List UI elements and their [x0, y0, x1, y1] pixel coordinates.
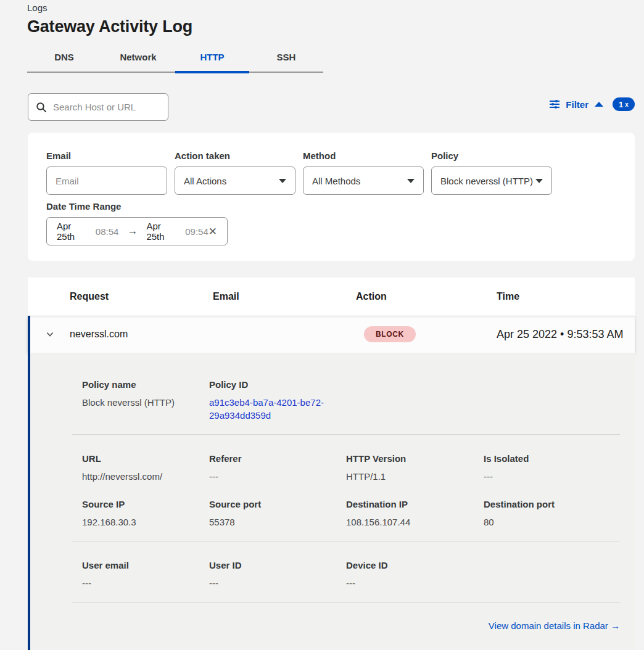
destination-port-value: 80 — [484, 516, 620, 529]
table-row[interactable]: neverssl.com BLOCK Apr 25 2022 • 9:53:53… — [28, 316, 635, 353]
device-id-value: --- — [346, 577, 474, 590]
user-email-label: User email — [82, 559, 199, 572]
source-ip-value: 192.168.30.3 — [82, 516, 199, 529]
end-time: 09:54 — [185, 226, 208, 237]
chevron-down-icon — [535, 179, 543, 183]
policy-filter-select[interactable]: Block neverssl (HTTP) — [431, 167, 552, 195]
end-date: Apr 25th — [146, 221, 180, 242]
policy-filter-value: Block neverssl (HTTP) — [440, 176, 533, 186]
destination-port-label: Destination port — [484, 498, 620, 511]
url-label: URL — [82, 452, 199, 465]
http-version-value: HTTP/1.1 — [346, 470, 474, 483]
column-header-request: Request — [70, 291, 213, 302]
gateway-activity-log-page: Logs Gateway Activity Log DNS Network HT… — [0, 0, 644, 650]
method-filter-label: Method — [303, 150, 424, 161]
user-id-value: --- — [209, 577, 336, 590]
http-version-label: HTTP Version — [346, 452, 474, 465]
page-title: Gateway Activity Log — [27, 17, 192, 36]
user-email-value: --- — [82, 577, 199, 590]
url-value: http://neverssl.com/ — [82, 470, 199, 483]
row-time-value: Apr 25 2022 • 9:53:53 AM — [497, 328, 635, 341]
search-icon — [36, 102, 47, 113]
referer-value: --- — [209, 470, 336, 483]
filter-panel: Email Action taken All Actions Method Al… — [28, 133, 635, 261]
start-time: 08:54 — [96, 226, 119, 237]
row-request-value: neverssl.com — [70, 329, 213, 340]
status-badge: BLOCK — [364, 326, 416, 342]
method-filter-select[interactable]: All Methods — [303, 167, 424, 195]
tab-ssh[interactable]: SSH — [249, 47, 323, 72]
is-isolated-value: --- — [484, 470, 620, 483]
user-id-label: User ID — [209, 559, 336, 572]
chevron-down-icon — [407, 179, 415, 183]
email-filter-label: Email — [46, 150, 167, 161]
tab-dns[interactable]: DNS — [27, 47, 101, 72]
date-range-label: Date Time Range — [46, 201, 228, 212]
clear-filters-x[interactable]: x — [625, 101, 629, 108]
is-isolated-label: Is Isolated — [484, 452, 620, 465]
search-box — [28, 93, 168, 121]
log-type-tabs: DNS Network HTTP SSH — [27, 47, 323, 73]
policy-name-value: Block neverssl (HTTP) — [82, 396, 199, 409]
breadcrumb[interactable]: Logs — [27, 2, 47, 13]
log-table-header: Request Email Action Time — [28, 278, 635, 316]
action-filter-select[interactable]: All Actions — [175, 167, 295, 195]
filter-field-action: Action taken All Actions — [175, 150, 295, 195]
request-section-row1: URL http://neverssl.com/ Referer --- HTT… — [72, 435, 620, 483]
tab-network[interactable]: Network — [101, 47, 175, 72]
column-header-email: Email — [213, 291, 356, 302]
action-filter-value: All Actions — [184, 176, 226, 186]
row-expand-chevron-icon[interactable] — [30, 329, 70, 339]
policy-id-label: Policy ID — [209, 378, 336, 391]
policy-section: Policy name Block neverssl (HTTP) Policy… — [72, 378, 620, 422]
collapse-filters-icon[interactable] — [595, 102, 603, 107]
arrow-right-icon: → — [127, 225, 138, 237]
email-filter-input[interactable] — [56, 176, 158, 186]
section-divider — [72, 602, 620, 603]
source-port-value: 55378 — [209, 516, 336, 529]
policy-name-label: Policy name — [82, 378, 199, 391]
action-filter-label: Action taken — [175, 150, 295, 161]
filter-field-email: Email — [46, 150, 167, 195]
view-in-radar-link[interactable]: View domain details in Radar → — [489, 620, 620, 631]
policy-id-link[interactable]: a91c3eb4-ba7a-4201-be72-29a934dd359d — [209, 396, 332, 422]
filter-count: 1 — [619, 100, 623, 109]
filter-sliders-icon[interactable] — [549, 99, 560, 110]
user-section: User email --- User ID --- Device ID --- — [72, 541, 620, 590]
column-header-time: Time — [497, 291, 635, 302]
policy-filter-label: Policy — [431, 150, 552, 161]
search-input[interactable] — [53, 102, 160, 112]
column-header-action: Action — [356, 291, 497, 302]
source-port-label: Source port — [209, 498, 336, 511]
chevron-down-icon — [279, 179, 286, 183]
active-filter-count-badge[interactable]: 1 x — [613, 97, 635, 111]
tab-http[interactable]: HTTP — [175, 47, 249, 72]
referer-label: Referer — [209, 452, 336, 465]
destination-ip-value: 108.156.107.44 — [346, 516, 474, 529]
email-filter-box — [46, 167, 167, 195]
filter-field-date-range: Date Time Range Apr 25th 08:54 → Apr 25t… — [46, 201, 228, 245]
filter-field-policy: Policy Block neverssl (HTTP) — [431, 150, 552, 195]
method-filter-value: All Methods — [312, 176, 360, 186]
clear-date-range-icon[interactable]: ✕ — [208, 226, 217, 237]
filter-toggle[interactable]: Filter — [566, 99, 588, 110]
source-ip-label: Source IP — [82, 498, 199, 511]
start-date: Apr 25th — [57, 221, 90, 242]
device-id-label: Device ID — [346, 559, 474, 572]
destination-ip-label: Destination IP — [346, 498, 474, 511]
filter-bar: Filter 1 x — [549, 97, 635, 111]
filter-field-method: Method All Methods — [303, 150, 424, 195]
date-range-picker[interactable]: Apr 25th 08:54 → Apr 25th 09:54 ✕ — [46, 217, 228, 245]
request-section-row2: Source IP 192.168.30.3 Source port 55378… — [72, 498, 620, 529]
log-details-panel: Policy name Block neverssl (HTTP) Policy… — [28, 353, 635, 650]
